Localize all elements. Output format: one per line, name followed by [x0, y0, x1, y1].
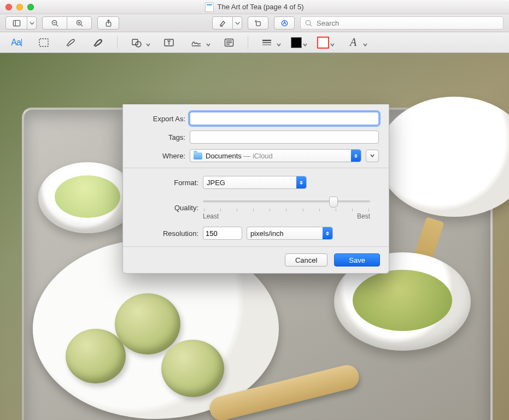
where-popup[interactable]: Documents — iCloud [190, 149, 361, 162]
svg-line-6 [80, 24, 82, 26]
sign-tool[interactable] [188, 36, 210, 50]
rotate-button[interactable] [248, 16, 268, 29]
border-style-tool[interactable] [258, 36, 281, 50]
share-button[interactable] [97, 16, 119, 29]
rectangular-selection-tool[interactable] [35, 36, 52, 50]
svg-rect-16 [39, 39, 48, 46]
chevron-down-icon [277, 40, 281, 45]
quality-label: Quality: [133, 204, 198, 212]
dialog-separator [123, 168, 389, 168]
main-toolbar [0, 14, 509, 32]
text-tool[interactable] [160, 36, 178, 50]
window-controls [5, 4, 34, 10]
format-value: JPEG [207, 179, 225, 187]
tags-label: Tags: [133, 133, 185, 141]
search-input[interactable] [315, 19, 500, 28]
shapes-tool[interactable] [127, 36, 150, 50]
svg-point-18 [136, 42, 141, 47]
popup-arrows-icon [351, 150, 361, 162]
where-label: Where: [133, 152, 185, 160]
zoom-out-icon [50, 19, 59, 27]
toolbar-separator [248, 36, 248, 49]
sidebar-button[interactable] [5, 16, 27, 29]
text-style-tool[interactable]: A [344, 36, 367, 50]
resolution-units-popup[interactable]: pixels/inch [247, 227, 333, 240]
close-window-button[interactable] [5, 4, 12, 10]
format-label: Format: [133, 179, 198, 187]
chevron-down-icon [27, 19, 36, 27]
sketch-tool[interactable] [62, 36, 80, 50]
cancel-button[interactable]: Cancel [285, 253, 327, 267]
text-selection-tool[interactable]: Aa [8, 36, 25, 50]
fill-color-swatch [291, 37, 302, 48]
highlighter-icon [218, 19, 227, 27]
svg-rect-12 [256, 21, 260, 26]
chevron-down-icon [206, 40, 210, 45]
format-popup[interactable]: JPEG [203, 176, 307, 189]
document-proxy-icon[interactable] [205, 2, 214, 12]
sidebar-icon [12, 19, 21, 27]
slider-ticks [204, 209, 369, 211]
quality-best-label: Best [357, 212, 370, 220]
share-icon [104, 19, 113, 27]
save-button[interactable]: Save [334, 253, 380, 267]
zoom-group [42, 16, 92, 29]
quality-slider[interactable] [203, 196, 370, 206]
chevron-down-icon [146, 40, 150, 45]
highlight-button[interactable] [212, 16, 233, 29]
export-dialog: Export As: Tags: Where: Documents — iClo… [122, 104, 389, 274]
markup-toggle-group [212, 16, 242, 29]
app-window: The Art of Tea (page 4 of 5) [0, 0, 509, 420]
svg-line-3 [56, 24, 57, 26]
popup-arrows-icon [296, 176, 306, 188]
window-title: The Art of Tea (page 4 of 5) [217, 3, 303, 11]
sidebar-menu-button[interactable] [27, 16, 37, 29]
where-value: Documents — iCloud [206, 152, 273, 160]
resolution-field[interactable] [203, 227, 242, 240]
search-icon [304, 19, 313, 27]
export-as-field[interactable] [190, 112, 379, 125]
title-center: The Art of Tea (page 4 of 5) [0, 2, 509, 12]
resolution-label: Resolution: [133, 229, 198, 238]
markup-toolbar-button[interactable] [274, 16, 295, 29]
draw-tool[interactable] [90, 36, 107, 50]
document-viewport[interactable]: Export As: Tags: Where: Documents — iClo… [0, 53, 509, 420]
note-tool[interactable] [220, 36, 238, 50]
quality-least-label: Least [203, 212, 219, 220]
border-color-tool[interactable] [317, 37, 335, 49]
chevron-down-icon [233, 19, 242, 27]
markup-icon [280, 19, 289, 27]
chevron-down-icon [363, 40, 367, 45]
rotate-left-icon [254, 19, 262, 27]
folder-icon [194, 152, 202, 159]
zoom-in-icon [75, 19, 84, 27]
zoom-in-button[interactable] [67, 16, 92, 29]
zoom-out-button[interactable] [42, 16, 67, 29]
svg-point-14 [306, 20, 310, 25]
minimize-window-button[interactable] [16, 4, 23, 10]
expand-save-dialog-button[interactable] [366, 150, 379, 162]
dialog-button-bar: Cancel Save [123, 246, 389, 273]
svg-rect-0 [13, 20, 20, 26]
search-field-wrap[interactable] [300, 16, 504, 29]
sidebar-toggle-group [5, 16, 37, 29]
title-bar: The Art of Tea (page 4 of 5) [0, 0, 509, 14]
chevron-down-icon [330, 40, 335, 45]
markup-toolbar: Aa [0, 32, 509, 53]
highlight-menu-button[interactable] [232, 16, 242, 29]
popup-arrows-icon [323, 227, 332, 239]
border-color-swatch [317, 37, 329, 49]
export-as-label: Export As: [133, 115, 185, 123]
resolution-units-value: pixels/inch [250, 229, 284, 238]
zoom-window-button[interactable] [27, 4, 34, 10]
fill-color-tool[interactable] [291, 37, 307, 48]
chevron-down-icon [303, 40, 307, 45]
svg-line-15 [309, 24, 311, 26]
toolbar-separator [117, 36, 118, 49]
tags-field[interactable] [190, 131, 379, 144]
